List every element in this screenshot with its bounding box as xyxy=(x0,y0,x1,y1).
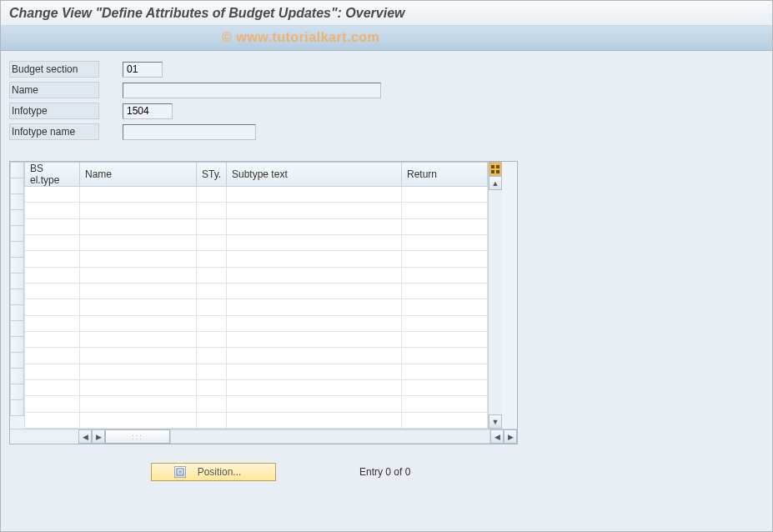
cell[interactable] xyxy=(197,396,227,412)
cell[interactable] xyxy=(25,218,80,234)
cell[interactable] xyxy=(227,218,402,234)
row-selector[interactable] xyxy=(10,210,24,226)
cell[interactable] xyxy=(25,315,80,331)
table-row[interactable] xyxy=(25,234,488,250)
cell[interactable] xyxy=(402,203,488,218)
row-selector[interactable] xyxy=(10,226,24,242)
cell[interactable] xyxy=(197,251,227,267)
cell[interactable] xyxy=(25,187,80,203)
col-name[interactable]: Name xyxy=(80,163,197,187)
row-selector[interactable] xyxy=(10,242,24,258)
table-row[interactable] xyxy=(25,203,488,218)
cell[interactable] xyxy=(197,412,227,428)
cell[interactable] xyxy=(227,315,402,331)
cell[interactable] xyxy=(402,251,488,267)
cell[interactable] xyxy=(197,203,227,218)
cell[interactable] xyxy=(227,187,402,203)
cell[interactable] xyxy=(25,251,80,267)
cell[interactable] xyxy=(197,283,227,299)
cell[interactable] xyxy=(80,331,197,347)
cell[interactable] xyxy=(227,348,402,364)
cell[interactable] xyxy=(227,364,402,379)
cell[interactable] xyxy=(402,299,488,315)
scroll-last-icon[interactable]: ▶ xyxy=(504,429,517,444)
cell[interactable] xyxy=(227,234,402,250)
row-selector[interactable] xyxy=(10,258,24,274)
table-configure-icon[interactable] xyxy=(489,162,502,176)
cell[interactable] xyxy=(25,283,80,299)
scroll-down-icon[interactable]: ▼ xyxy=(489,414,502,429)
cell[interactable] xyxy=(197,299,227,315)
infotype-name-input[interactable] xyxy=(123,124,256,140)
table-row[interactable] xyxy=(25,348,488,364)
cell[interactable] xyxy=(80,299,197,315)
table-row[interactable] xyxy=(25,251,488,267)
cell[interactable] xyxy=(80,218,197,234)
h-scroll-thumb[interactable]: ::: xyxy=(105,429,170,444)
cell[interactable] xyxy=(227,331,402,347)
table-row[interactable] xyxy=(25,331,488,347)
cell[interactable] xyxy=(402,348,488,364)
cell[interactable] xyxy=(80,315,197,331)
cell[interactable] xyxy=(227,299,402,315)
cell[interactable] xyxy=(25,203,80,218)
cell[interactable] xyxy=(80,379,197,395)
row-selector[interactable] xyxy=(10,321,24,337)
row-selector[interactable] xyxy=(10,274,24,289)
cell[interactable] xyxy=(25,234,80,250)
cell[interactable] xyxy=(227,396,402,412)
cell[interactable] xyxy=(402,218,488,234)
cell[interactable] xyxy=(402,396,488,412)
cell[interactable] xyxy=(25,299,80,315)
col-return[interactable]: Return xyxy=(402,163,488,187)
table-row[interactable] xyxy=(25,187,488,203)
cell[interactable] xyxy=(80,283,197,299)
name-input[interactable] xyxy=(123,83,381,98)
row-selector-header[interactable] xyxy=(10,162,24,178)
cell[interactable] xyxy=(402,412,488,428)
vertical-scrollbar[interactable]: ▲ ▼ xyxy=(488,162,502,429)
cell[interactable] xyxy=(402,234,488,250)
scroll-right-icon[interactable]: ◀ xyxy=(490,429,504,444)
table-row[interactable] xyxy=(25,364,488,379)
table-row[interactable] xyxy=(25,396,488,412)
cell[interactable] xyxy=(197,234,227,250)
cell[interactable] xyxy=(80,396,197,412)
cell[interactable] xyxy=(25,396,80,412)
row-selector[interactable] xyxy=(10,369,24,384)
cell[interactable] xyxy=(197,364,227,379)
cell[interactable] xyxy=(80,234,197,250)
row-selector[interactable] xyxy=(10,384,24,400)
row-selector[interactable] xyxy=(10,353,24,369)
cell[interactable] xyxy=(25,364,80,379)
cell[interactable] xyxy=(402,331,488,347)
cell[interactable] xyxy=(197,218,227,234)
cell[interactable] xyxy=(402,379,488,395)
cell[interactable] xyxy=(402,187,488,203)
row-selector[interactable] xyxy=(10,194,24,210)
cell[interactable] xyxy=(25,379,80,395)
cell[interactable] xyxy=(402,315,488,331)
cell[interactable] xyxy=(197,348,227,364)
table-row[interactable] xyxy=(25,283,488,299)
row-selector[interactable] xyxy=(10,337,24,353)
cell[interactable] xyxy=(227,412,402,428)
position-button[interactable]: Position... xyxy=(151,463,276,481)
col-subtype-text[interactable]: Subtype text xyxy=(227,163,402,187)
col-bs-el-type[interactable]: BS el.type xyxy=(25,163,80,187)
h-scroll-track[interactable] xyxy=(170,429,490,444)
cell[interactable] xyxy=(227,283,402,299)
horizontal-scrollbar[interactable]: ◀ ▶ ::: ◀ ▶ xyxy=(10,429,517,444)
cell[interactable] xyxy=(227,251,402,267)
cell[interactable] xyxy=(25,412,80,428)
cell[interactable] xyxy=(80,364,197,379)
v-scroll-track[interactable] xyxy=(489,190,502,414)
cell[interactable] xyxy=(25,267,80,283)
cell[interactable] xyxy=(227,379,402,395)
cell[interactable] xyxy=(402,267,488,283)
cell[interactable] xyxy=(80,251,197,267)
row-selector[interactable] xyxy=(10,400,24,416)
scroll-up-icon[interactable]: ▲ xyxy=(489,176,502,190)
cell[interactable] xyxy=(25,348,80,364)
cell[interactable] xyxy=(197,379,227,395)
